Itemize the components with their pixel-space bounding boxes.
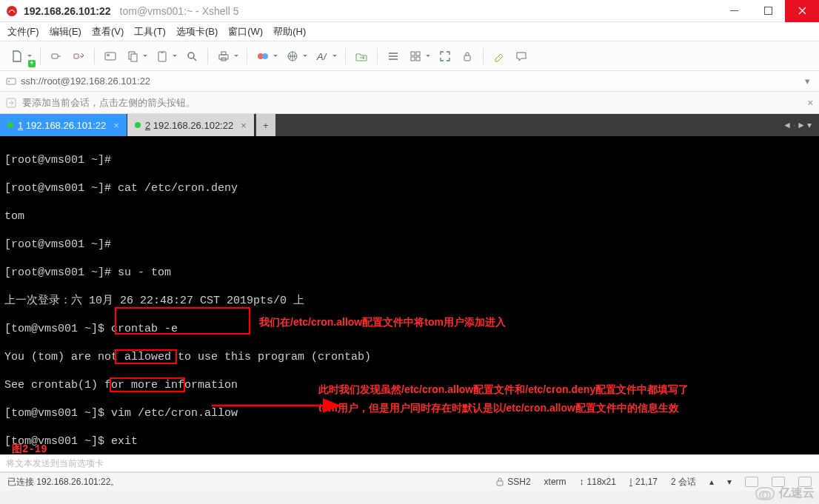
paste-button[interactable] [153,47,179,66]
toolbar-separator [207,48,208,64]
status-connection: 已连接 192.168.26.101:22。 [7,476,119,488]
color-scheme-button[interactable] [253,47,280,66]
menu-file[interactable]: 文件(F) [7,25,39,38]
menu-tabs[interactable]: 选项卡(B) [176,25,218,38]
toolbar-separator [247,48,247,64]
svg-rect-2 [764,7,772,15]
hint-close-button[interactable]: × [807,97,813,108]
title-bar: 192.168.26.101:22 tom@vms001:~ - Xshell … [0,0,819,22]
disconnect-button[interactable] [69,47,88,66]
palette-icon [256,50,270,63]
properties-button[interactable] [101,47,120,66]
svg-rect-13 [221,52,226,55]
session-tab-1[interactable]: 1 192.168.26.101:22 × [0,114,127,136]
encoding-button[interactable] [283,47,310,66]
svg-rect-19 [411,52,415,56]
app-icon [6,5,18,17]
status-sessions: 2 会话 [671,476,696,488]
session-tab-bar: 1 192.168.26.101:22 × 2 192.168.26.102:2… [0,114,819,136]
svg-rect-4 [74,54,78,58]
tab-next-button[interactable]: ► [797,120,806,130]
session-tab-2[interactable]: 2 192.168.26.102:22 × [127,114,255,136]
status-bar: 已连接 192.168.26.101:22。 SSH2 xterm ↕ 118x… [0,472,819,491]
terminal-line: tom [4,209,815,224]
search-icon [185,50,198,63]
new-session-button[interactable]: + [7,47,34,66]
tab-list-button[interactable]: ▾ [807,120,812,130]
reconnect-button[interactable] [47,47,66,66]
terminal-line: [root@vms001 ~]# su - tom [4,266,815,280]
menu-bar: 文件(F) 编辑(E) 查看(V) 工具(T) 选项卡(B) 窗口(W) 帮助(… [0,22,819,41]
annotation-text-2-line1: 此时我们发现虽然/etc/cron.allow配置文件和/etc/cron.de… [318,382,689,397]
svg-rect-24 [7,78,16,84]
terminal-line: [root@vms001 ~]# [4,153,815,167]
add-tab-button[interactable]: + [256,114,275,136]
plug-icon [50,50,63,63]
svg-rect-12 [219,55,228,59]
tab-close-button[interactable]: × [113,120,119,131]
card-icon [104,50,117,63]
toolbar-separator [483,48,484,64]
tab-close-button[interactable]: × [241,120,247,131]
minimize-button[interactable] [717,0,751,22]
file-icon [10,50,24,63]
address-bar: ▾ [0,71,819,92]
xftp-button[interactable] [352,47,371,66]
chat-button[interactable] [512,47,531,66]
font-button[interactable]: A [312,47,339,66]
svg-rect-3 [52,54,58,58]
status-indicator-3 [798,477,812,487]
status-dot-icon [135,122,141,128]
highlight-button[interactable] [489,47,509,66]
lock-button[interactable] [458,47,477,66]
status-indicator-2 [772,477,785,487]
fullscreen-button[interactable] [435,47,455,66]
svg-point-0 [7,6,17,16]
tab-index: 2 [145,120,150,131]
figure-label: 图2-19 [12,443,47,454]
tab-prev-button[interactable]: ◄ [783,120,792,130]
annotation-arrow [185,384,345,431]
copy-button[interactable] [123,47,150,66]
menu-tools[interactable]: 工具(T) [134,25,166,38]
lock-icon [495,477,504,486]
toolbar: + A [0,41,819,71]
maximize-button[interactable] [751,0,785,22]
menu-edit[interactable]: 编辑(E) [50,25,81,38]
window-title-sub: tom@vms001:~ - Xshell 5 [120,5,239,17]
terminal-output[interactable]: [root@vms001 ~]# [root@vms001 ~]# cat /e… [0,136,819,454]
menu-view[interactable]: 查看(V) [92,25,124,38]
svg-rect-20 [416,52,420,56]
svg-rect-28 [497,481,503,485]
status-scroll-down[interactable]: ▾ [727,477,732,487]
lines-icon [387,50,400,63]
annotation-text-2-line2: tom用户，但是用户同时存在时默认是以/etc/cron.allow配置文件中的… [318,400,679,415]
address-input[interactable] [21,75,797,87]
status-cursor: ⁞ 21,17 [629,477,658,487]
fullscreen-icon [438,50,452,63]
status-scroll-up[interactable]: ▴ [709,477,714,487]
svg-point-11 [188,53,194,58]
find-button[interactable] [182,47,201,66]
lines-button[interactable] [384,47,403,66]
status-term: xterm [544,477,566,487]
print-button[interactable] [214,47,241,66]
arrow-hint-icon[interactable] [6,98,16,108]
grid-icon [409,50,422,63]
close-button[interactable] [785,0,819,22]
address-dropdown[interactable]: ▾ [801,75,813,87]
compose-placeholder: 将文本发送到当前选项卡 [6,457,104,470]
ssh-icon [6,76,16,87]
toolbar-separator [345,48,346,64]
menu-help[interactable]: 帮助(H) [273,25,306,38]
tab-label: 192.168.26.102:22 [153,120,233,131]
folder-transfer-icon [355,50,368,63]
svg-rect-8 [131,54,137,61]
svg-point-25 [8,81,10,82]
status-size: ↕ 118x21 [580,477,616,487]
status-protocol: SSH2 [495,477,530,487]
compose-bar[interactable]: 将文本发送到当前选项卡 [0,454,819,472]
status-dot-icon [7,122,13,128]
layout-button[interactable] [406,47,432,66]
menu-window[interactable]: 窗口(W) [228,25,263,38]
